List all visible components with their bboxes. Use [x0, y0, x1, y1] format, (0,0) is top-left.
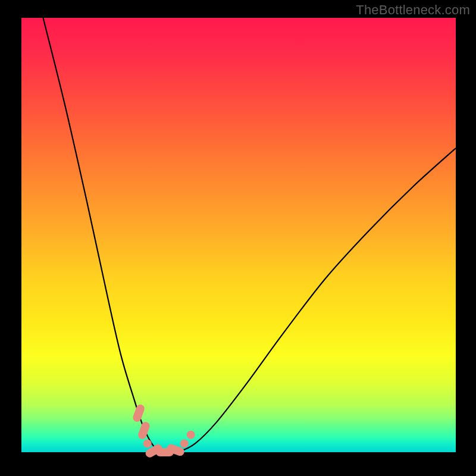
marker-pill	[131, 403, 145, 423]
curve-markers	[131, 403, 195, 459]
bottleneck-curve	[21, 18, 456, 452]
marker-dot	[187, 431, 195, 439]
marker-dot	[180, 439, 189, 447]
chart-frame: TheBottleneck.com	[0, 0, 476, 476]
marker-dot	[143, 439, 152, 447]
watermark-text: TheBottleneck.com	[356, 2, 470, 18]
plot-area	[21, 18, 456, 452]
curve-line	[43, 18, 456, 453]
